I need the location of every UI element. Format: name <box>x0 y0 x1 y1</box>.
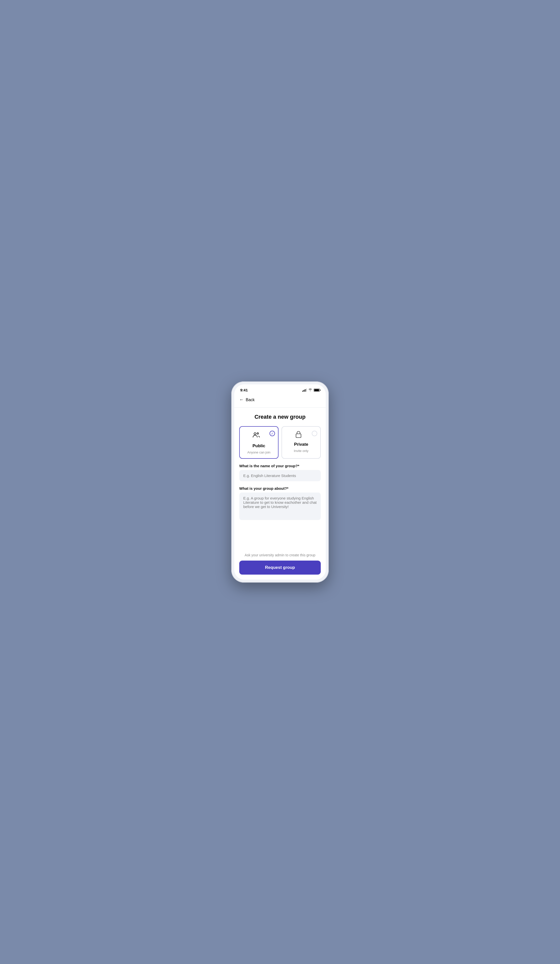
admin-hint: Ask your university admin to create this… <box>245 553 315 557</box>
svg-point-1 <box>257 433 258 434</box>
page-title: Create a new group <box>239 414 321 420</box>
back-arrow-icon: ← <box>239 397 244 402</box>
public-icon <box>243 431 269 441</box>
phone-screen: 9:41 ← Bac <box>234 384 326 580</box>
private-radio <box>312 431 317 436</box>
request-group-button[interactable]: Request group <box>239 560 321 575</box>
name-field-label: What is the name of your group?* <box>239 464 321 468</box>
private-icon <box>285 431 312 440</box>
about-field-group: What is your group about?* <box>239 486 321 520</box>
back-label: Back <box>246 398 255 402</box>
svg-rect-2 <box>296 434 301 438</box>
type-selector: ✓ Public Anyone can join <box>239 426 321 459</box>
battery-icon <box>314 389 320 392</box>
public-card[interactable]: ✓ Public Anyone can join <box>239 426 279 459</box>
status-bar: 9:41 <box>234 384 326 394</box>
about-textarea[interactable] <box>239 492 321 520</box>
public-radio: ✓ <box>269 431 275 436</box>
back-button[interactable]: ← Back <box>239 396 255 404</box>
header: ← Back <box>234 394 326 407</box>
signal-icon <box>302 389 307 392</box>
svg-point-0 <box>254 433 256 435</box>
private-label: Private <box>294 442 308 447</box>
main-content: Create a new group <box>234 408 326 580</box>
private-sublabel: Invite only <box>294 449 308 453</box>
status-icons <box>302 388 320 392</box>
phone-shell: 9:41 ← Bac <box>231 381 329 583</box>
bottom-section: Ask your university admin to create this… <box>239 548 321 575</box>
about-field-label: What is your group about?* <box>239 486 321 490</box>
name-field-group: What is the name of your group?* <box>239 464 321 481</box>
public-sublabel: Anyone can join <box>247 451 271 454</box>
public-label: Public <box>253 443 265 448</box>
private-card[interactable]: Private Invite only <box>281 426 321 459</box>
name-input[interactable] <box>239 470 321 481</box>
wifi-icon <box>308 388 312 392</box>
status-time: 9:41 <box>240 388 248 392</box>
